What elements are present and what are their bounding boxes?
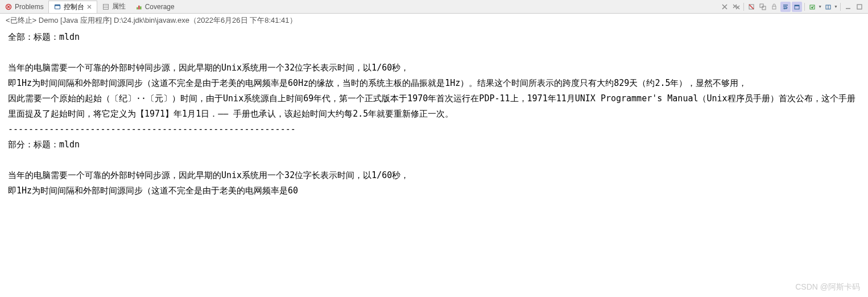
svg-rect-12	[772, 6, 776, 9]
tab-label: 控制台	[64, 2, 84, 12]
svg-rect-11	[762, 6, 766, 10]
svg-rect-10	[760, 4, 763, 7]
console-icon	[53, 3, 61, 11]
tab-console[interactable]: 控制台	[48, 1, 97, 13]
svg-rect-14	[795, 5, 799, 6]
tab-coverage[interactable]: Coverage	[130, 1, 179, 13]
close-icon[interactable]	[86, 4, 92, 10]
svg-rect-6	[137, 7, 138, 9]
remove-all-terminated-button[interactable]	[758, 2, 768, 12]
close-console-button[interactable]	[720, 2, 730, 12]
svg-rect-8	[140, 6, 141, 9]
remove-launch-button[interactable]	[746, 2, 757, 12]
svg-rect-7	[138, 5, 139, 9]
dropdown-icon[interactable]: ▼	[834, 5, 838, 9]
tab-label: 属性	[112, 2, 126, 11]
tab-label: Problems	[15, 3, 44, 11]
tab-problems[interactable]: Problems	[0, 1, 48, 13]
coverage-icon	[135, 3, 143, 11]
pin-console-button[interactable]	[823, 2, 833, 12]
show-console-button[interactable]	[792, 2, 802, 12]
toolbar-separator	[840, 3, 841, 11]
close-all-button[interactable]	[731, 2, 741, 12]
tabs-container: Problems 控制台 属性 Coverage	[0, 1, 179, 13]
tab-properties[interactable]: 属性	[97, 1, 130, 13]
view-tab-bar: Problems 控制台 属性 Coverage	[0, 0, 868, 14]
svg-rect-3	[103, 4, 108, 9]
tab-label: Coverage	[145, 3, 175, 11]
svg-rect-19	[857, 5, 862, 9]
console-output[interactable]: 全部：标题：mldn 当年的电脑需要一个可靠的外部时钟同步源，因此早期的Unix…	[0, 27, 868, 201]
properties-icon	[102, 3, 110, 11]
minimize-button[interactable]	[843, 2, 853, 12]
console-toolbar: ▼ ▼	[720, 2, 868, 12]
toolbar-separator	[804, 3, 805, 11]
word-wrap-button[interactable]	[780, 2, 791, 12]
launch-status-line: <已终止> Demo [Java 应用程序] D:\24.jdk\bin\jav…	[0, 14, 868, 27]
scroll-lock-button[interactable]	[769, 2, 779, 12]
problems-icon	[5, 3, 13, 11]
maximize-button[interactable]	[854, 2, 865, 12]
svg-rect-2	[55, 5, 60, 6]
open-console-button[interactable]	[807, 2, 817, 12]
toolbar-separator	[743, 3, 744, 11]
dropdown-icon[interactable]: ▼	[818, 5, 822, 9]
